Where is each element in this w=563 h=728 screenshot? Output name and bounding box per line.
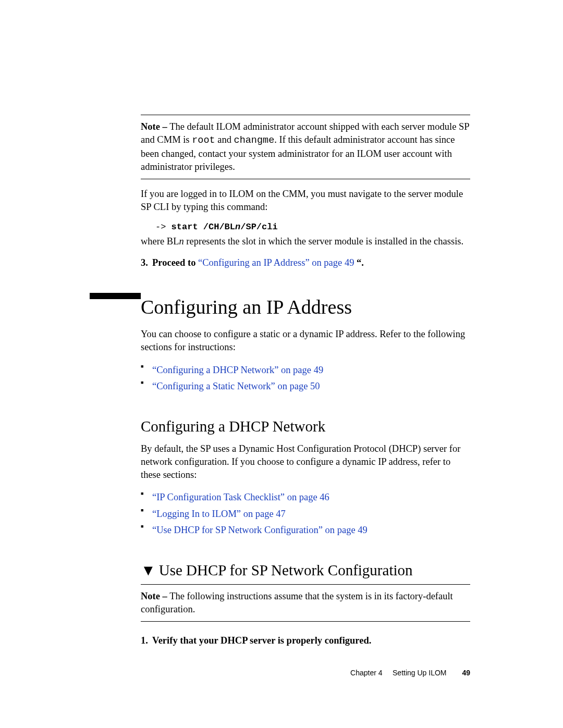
footer-title: Setting Up ILOM: [393, 669, 447, 677]
note-and: and: [215, 134, 234, 145]
link-static-network[interactable]: “Configuring a Static Network” on page 5…: [152, 381, 320, 391]
note-rule-top: [141, 115, 470, 115]
cli-command: -> start /CH/BLn/SP/cli: [155, 222, 470, 232]
where-n: n: [179, 236, 183, 246]
list-item: “Logging In to ILOM” on page 47: [141, 506, 470, 522]
list-item: “Use DHCP for SP Network Configuration” …: [141, 522, 470, 538]
dhcp-intro: By default, the SP uses a Dynamic Host C…: [141, 442, 470, 482]
footer-chapter: Chapter 4: [350, 669, 382, 677]
link-logging-in[interactable]: “Logging In to ILOM” on page 47: [152, 509, 286, 519]
note-label: Note –: [141, 121, 167, 132]
link-ip-checklist[interactable]: “IP Configuration Task Checklist” on pag…: [152, 492, 329, 502]
step-num-3: 3.: [141, 256, 152, 269]
list-item: “Configuring a Static Network” on page 5…: [141, 378, 470, 394]
link-dhcp-network[interactable]: “Configuring a DHCP Network” on page 49: [152, 365, 323, 375]
where-2: represents the slot in which the server …: [184, 236, 463, 246]
page-footer: Chapter 4 Setting Up ILOM 49: [350, 669, 470, 677]
dhcp-links-list: “IP Configuration Task Checklist” on pag…: [141, 489, 470, 538]
proc-title: Use DHCP for SP Network Configuration: [159, 562, 413, 578]
note2-rule-bottom: [141, 621, 470, 622]
heading-use-dhcp-proc: ▼Use DHCP for SP Network Configuration: [141, 562, 470, 579]
step1-text: Verify that your DHCP server is properly…: [152, 634, 371, 647]
section-marker: [90, 293, 141, 299]
triangle-down-icon: ▼: [141, 562, 156, 579]
page-number: 49: [462, 669, 470, 677]
literal-changme: changme: [234, 135, 275, 146]
note-admin-account: Note – The default ILOM administrator ac…: [141, 120, 470, 174]
list-item: “Configuring a DHCP Network” on page 49: [141, 362, 470, 378]
where-1: where BL: [141, 236, 179, 246]
cmm-navigate-text: If you are logged in to ILOM on the CMM,…: [141, 188, 470, 214]
note2-rule-top: [141, 584, 470, 585]
list-item: “IP Configuration Task Checklist” on pag…: [141, 489, 470, 505]
link-use-dhcp[interactable]: “Use DHCP for SP Network Configuration” …: [152, 525, 368, 535]
step-1: 1. Verify that your DHCP server is prope…: [141, 634, 470, 647]
where-text: where BLn represents the slot in which t…: [141, 235, 470, 248]
h1-intro: You can choose to configure a static or …: [141, 328, 470, 354]
h1-links-list: “Configuring a DHCP Network” on page 49 …: [141, 362, 470, 395]
step-3: 3. Proceed to “Configuring an IP Address…: [141, 256, 470, 269]
proceed-to: Proceed to: [152, 257, 198, 268]
note2-label: Note –: [141, 591, 167, 601]
note2-text: The following instructions assume that t…: [141, 591, 453, 614]
note-rule-bottom: [141, 179, 470, 179]
note-factory-default: Note – The following instructions assume…: [141, 590, 470, 616]
heading-configuring-ip: Configuring an IP Address: [141, 295, 470, 318]
cli-variable-n: n: [235, 222, 240, 232]
link-configuring-ip[interactable]: “Configuring an IP Address” on page 49: [198, 257, 354, 268]
cli-prompt: ->: [155, 222, 166, 232]
cli-part2: /SP/cli: [240, 222, 277, 232]
step-num-1: 1.: [141, 634, 152, 647]
literal-root: root: [192, 135, 215, 146]
step3-tail: “.: [354, 257, 364, 268]
cli-part1: start /CH/BL: [166, 222, 235, 232]
heading-dhcp-network: Configuring a DHCP Network: [141, 418, 470, 435]
